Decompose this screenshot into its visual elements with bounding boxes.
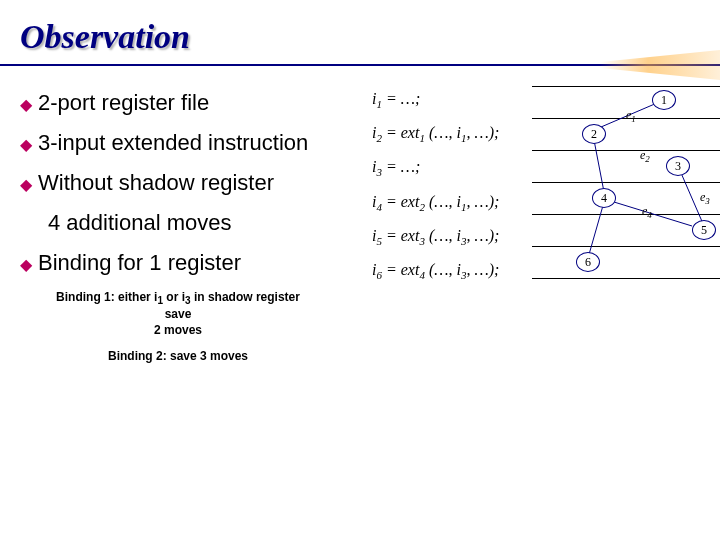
slide-title: Observation (20, 18, 720, 56)
bullet-diamond-icon: ◆ (20, 255, 32, 274)
equation-5: i5 = ext3 (…, i3, …); (372, 227, 499, 247)
equation-6: i6 = ext4 (…, i3, …); (372, 261, 499, 281)
right-panel: i1 = …; i2 = ext1 (…, i1, …); i3 = …; i4… (372, 90, 708, 374)
bullet-text: Without shadow register (38, 170, 274, 196)
equation-4: i4 = ext2 (…, i1, …); (372, 193, 499, 213)
equation-2: i2 = ext1 (…, i1, …); (372, 124, 499, 144)
edge-label-1: e1 (626, 108, 636, 124)
edge-label-4: e4 (642, 204, 652, 220)
equation-3: i3 = …; (372, 158, 499, 178)
edge-label-2: e2 (640, 148, 650, 164)
bullet-3: ◆ Without shadow register (20, 170, 372, 196)
binding-note-2: Binding 2: save 3 moves (48, 349, 308, 365)
graph-node-5: 5 (692, 220, 716, 240)
graph-node-3: 3 (666, 156, 690, 176)
dependency-diagram: 1 2 3 4 5 6 e1 e2 e3 e4 (532, 86, 720, 316)
graph-node-2: 2 (582, 124, 606, 144)
graph-node-1: 1 (652, 90, 676, 110)
bullet-1: ◆ 2-port register file (20, 90, 372, 116)
sub-bullet-1: 4 additional moves (48, 210, 372, 236)
graph-node-6: 6 (576, 252, 600, 272)
bullet-text: 2-port register file (38, 90, 209, 116)
bullet-diamond-icon: ◆ (20, 135, 32, 154)
bullet-column: ◆ 2-port register file ◆ 3-input extende… (12, 90, 372, 374)
bullet-2: ◆ 3-input extended instruction (20, 130, 372, 156)
edge-label-3: e3 (700, 190, 710, 206)
bullet-diamond-icon: ◆ (20, 175, 32, 194)
equation-1: i1 = …; (372, 90, 499, 110)
bullet-text: Binding for 1 register (38, 250, 241, 276)
graph-node-4: 4 (592, 188, 616, 208)
bullet-4: ◆ Binding for 1 register (20, 250, 372, 276)
binding-note-1: Binding 1: either i1 or i3 in shadow reg… (48, 290, 308, 339)
equation-column: i1 = …; i2 = ext1 (…, i1, …); i3 = …; i4… (372, 90, 499, 295)
svg-line-1 (594, 140, 604, 192)
svg-line-4 (588, 202, 604, 258)
bullet-text: 3-input extended instruction (38, 130, 308, 156)
bullet-diamond-icon: ◆ (20, 95, 32, 114)
